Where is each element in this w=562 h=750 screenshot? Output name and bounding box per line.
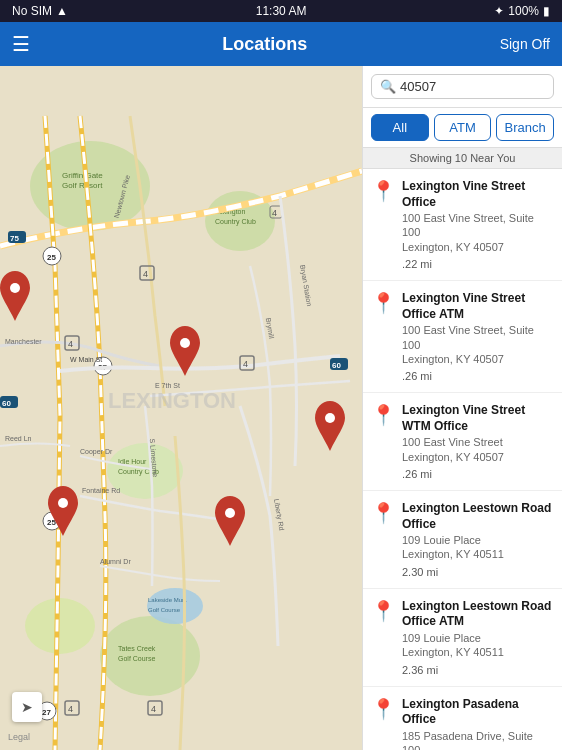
location-distance: .26 mi bbox=[402, 468, 554, 480]
location-city: Lexington, KY 40511 bbox=[402, 645, 554, 659]
status-bar: No SIM ▲ 11:30 AM ✦ 100% ▮ bbox=[0, 0, 562, 22]
wifi-icon: ▲ bbox=[56, 4, 68, 18]
location-distance: .26 mi bbox=[402, 370, 554, 382]
location-city: Lexington, KY 40507 bbox=[402, 450, 554, 464]
filter-all-button[interactable]: All bbox=[371, 114, 429, 141]
list-item[interactable]: 📍 Lexington Leestown Road Office 109 Lou… bbox=[363, 491, 562, 589]
location-info: Lexington Vine Street Office 100 East Vi… bbox=[402, 179, 554, 270]
svg-text:75: 75 bbox=[10, 234, 19, 243]
list-item[interactable]: 📍 Lexington Vine Street WTM Office 100 E… bbox=[363, 393, 562, 491]
filter-bar: All ATM Branch bbox=[363, 108, 562, 148]
svg-text:Alumni Dr: Alumni Dr bbox=[100, 558, 131, 565]
svg-text:Griffin Gate: Griffin Gate bbox=[62, 171, 103, 180]
compass-button[interactable]: ➤ bbox=[12, 692, 42, 722]
location-name: Lexington Vine Street Office bbox=[402, 179, 554, 210]
location-pin-icon: 📍 bbox=[371, 405, 396, 425]
svg-text:27: 27 bbox=[42, 708, 51, 717]
location-name: Lexington Vine Street WTM Office bbox=[402, 403, 554, 434]
location-city: Lexington, KY 40507 bbox=[402, 240, 554, 254]
location-city: Lexington, KY 40511 bbox=[402, 547, 554, 561]
location-address: 100 East Vine Street, Suite 100 bbox=[402, 211, 554, 240]
nav-bar: ☰ Locations Sign Off bbox=[0, 22, 562, 66]
location-name: Lexington Pasadena Office bbox=[402, 697, 554, 728]
filter-atm-button[interactable]: ATM bbox=[434, 114, 492, 141]
location-distance: 2.30 mi bbox=[402, 566, 554, 578]
svg-text:60: 60 bbox=[2, 399, 11, 408]
sign-off-button[interactable]: Sign Off bbox=[500, 36, 550, 52]
svg-text:Manchester: Manchester bbox=[5, 338, 42, 345]
svg-text:Tates Creek: Tates Creek bbox=[118, 645, 156, 652]
search-input-wrapper: 🔍 bbox=[371, 74, 554, 99]
location-list: 📍 Lexington Vine Street Office 100 East … bbox=[363, 169, 562, 750]
battery-label: 100% bbox=[508, 4, 539, 18]
main-content: Griffin Gate Golf Resort Lexington Count… bbox=[0, 66, 562, 750]
location-pin-icon: 📍 bbox=[371, 293, 396, 313]
location-name: Lexington Vine Street Office ATM bbox=[402, 291, 554, 322]
svg-text:Golf Course: Golf Course bbox=[148, 607, 181, 613]
location-address: 185 Pasadena Drive, Suite 100 bbox=[402, 729, 554, 750]
menu-button[interactable]: ☰ bbox=[12, 32, 30, 56]
bluetooth-icon: ✦ bbox=[494, 4, 504, 18]
search-input[interactable] bbox=[400, 79, 545, 94]
search-icon: 🔍 bbox=[380, 79, 396, 94]
svg-point-56 bbox=[10, 283, 20, 293]
search-bar: 🔍 bbox=[363, 66, 562, 108]
location-info: Lexington Vine Street WTM Office 100 Eas… bbox=[402, 403, 554, 480]
location-distance: 2.36 mi bbox=[402, 664, 554, 676]
showing-label: Showing 10 Near You bbox=[363, 148, 562, 169]
location-pin-icon: 📍 bbox=[371, 181, 396, 201]
svg-text:4: 4 bbox=[68, 339, 73, 349]
svg-text:LEXINGTON: LEXINGTON bbox=[108, 388, 236, 413]
location-info: Lexington Leestown Road Office ATM 109 L… bbox=[402, 599, 554, 676]
svg-point-13 bbox=[147, 588, 203, 624]
svg-text:4: 4 bbox=[272, 208, 277, 218]
location-address: 100 East Vine Street, Suite 100 bbox=[402, 323, 554, 352]
battery-icon: ▮ bbox=[543, 4, 550, 18]
list-item[interactable]: 📍 Lexington Vine Street Office ATM 100 E… bbox=[363, 281, 562, 393]
location-name: Lexington Leestown Road Office ATM bbox=[402, 599, 554, 630]
svg-text:Golf Course: Golf Course bbox=[118, 655, 155, 662]
svg-point-12 bbox=[25, 598, 95, 654]
list-item[interactable]: 📍 Lexington Vine Street Office 100 East … bbox=[363, 169, 562, 281]
legal-text: Legal bbox=[8, 732, 30, 742]
location-city: Lexington, KY 40507 bbox=[402, 352, 554, 366]
location-address: 109 Louie Place bbox=[402, 631, 554, 645]
filter-branch-button[interactable]: Branch bbox=[496, 114, 554, 141]
svg-text:W Main St: W Main St bbox=[70, 356, 102, 363]
time-label: 11:30 AM bbox=[256, 4, 307, 18]
map-container[interactable]: Griffin Gate Golf Resort Lexington Count… bbox=[0, 66, 362, 750]
list-item[interactable]: 📍 Lexington Leestown Road Office ATM 109… bbox=[363, 589, 562, 687]
location-name: Lexington Leestown Road Office bbox=[402, 501, 554, 532]
svg-point-60 bbox=[225, 508, 235, 518]
svg-text:4: 4 bbox=[151, 704, 156, 714]
location-address: 109 Louie Place bbox=[402, 533, 554, 547]
location-pin-icon: 📍 bbox=[371, 601, 396, 621]
location-distance: .22 mi bbox=[402, 258, 554, 270]
svg-text:4: 4 bbox=[68, 704, 73, 714]
svg-text:4: 4 bbox=[143, 269, 148, 279]
carrier-label: No SIM bbox=[12, 4, 52, 18]
location-pin-icon: 📍 bbox=[371, 503, 396, 523]
svg-point-58 bbox=[325, 413, 335, 423]
svg-text:Cooper Dr: Cooper Dr bbox=[80, 448, 113, 456]
location-info: Lexington Vine Street Office ATM 100 Eas… bbox=[402, 291, 554, 382]
svg-text:60: 60 bbox=[332, 361, 341, 370]
right-panel: 🔍 All ATM Branch Showing 10 Near You 📍 L… bbox=[362, 66, 562, 750]
location-address: 100 East Vine Street bbox=[402, 435, 554, 449]
list-item[interactable]: 📍 Lexington Pasadena Office 185 Pasadena… bbox=[363, 687, 562, 751]
svg-text:Golf Resort: Golf Resort bbox=[62, 181, 103, 190]
svg-point-59 bbox=[58, 498, 68, 508]
svg-text:Fontaine Rd: Fontaine Rd bbox=[82, 487, 120, 494]
svg-text:4: 4 bbox=[243, 359, 248, 369]
svg-text:25: 25 bbox=[47, 253, 56, 262]
svg-text:Reed Ln: Reed Ln bbox=[5, 435, 32, 442]
svg-text:Country Club: Country Club bbox=[215, 218, 256, 226]
page-title: Locations bbox=[30, 34, 500, 55]
location-info: Lexington Leestown Road Office 109 Louie… bbox=[402, 501, 554, 578]
svg-point-57 bbox=[180, 338, 190, 348]
location-pin-icon: 📍 bbox=[371, 699, 396, 719]
svg-text:Lakeside Mun.: Lakeside Mun. bbox=[148, 597, 187, 603]
location-info: Lexington Pasadena Office 185 Pasadena D… bbox=[402, 697, 554, 751]
